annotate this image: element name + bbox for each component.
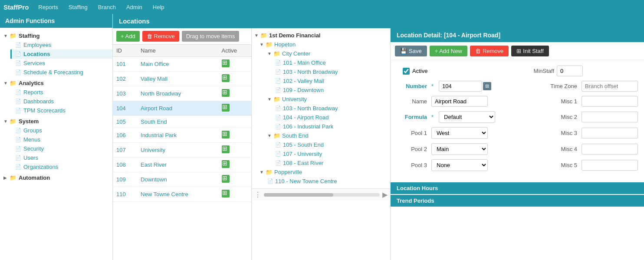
- formula-select[interactable]: Default Custom Advanced: [439, 111, 495, 123]
- remove-detail-button[interactable]: 🗑 Remove: [470, 46, 509, 56]
- nav-help[interactable]: Help: [148, 2, 169, 12]
- sidebar-item-reports[interactable]: 📄 Reports: [10, 88, 112, 97]
- table-row[interactable]: 104 Airport Road: [113, 101, 251, 116]
- table-row[interactable]: 103 North Broadway: [113, 86, 251, 101]
- pool2-select[interactable]: Main None West East: [431, 143, 488, 155]
- table-row[interactable]: 105 South End: [113, 116, 251, 128]
- pool2-misc4-row: Pool 2 Main None West East Misc 4: [397, 143, 638, 155]
- cell-active: [218, 72, 251, 86]
- content-area: Locations + Add 🗑 Remove Drag to move it…: [113, 14, 644, 260]
- tree-root[interactable]: ▼ 📁 1st Demo Financial: [252, 31, 390, 40]
- tree-101[interactable]: 📄 101 - Main Office: [252, 58, 390, 67]
- sidebar-group-staffing-header[interactable]: ▼ 📁 Staffing: [0, 31, 112, 40]
- sidebar-group-analytics-header[interactable]: ▼ 📁 Analytics: [0, 79, 112, 88]
- col-name: Name: [137, 45, 218, 57]
- trash-icon: 🗑: [475, 48, 481, 54]
- tree-popperville[interactable]: ▼ 📁 Popperville: [252, 168, 390, 177]
- chevron-down-icon: ▼: [267, 133, 273, 138]
- nav-reports[interactable]: Reports: [34, 2, 62, 12]
- table-row[interactable]: 101 Main Office: [113, 57, 251, 72]
- sidebar-item-services[interactable]: 📄 Services: [10, 59, 112, 68]
- sidebar-header: Admin Functions: [0, 14, 112, 28]
- misc2-input[interactable]: [582, 112, 638, 122]
- tree-105[interactable]: 📄 105 - South End: [252, 140, 390, 149]
- misc1-label: Misc 1: [542, 98, 577, 105]
- doc-icon: 📄: [275, 87, 281, 93]
- pool1-select[interactable]: West None Main East: [431, 127, 488, 139]
- tree-university[interactable]: ▼ 📁 University: [252, 95, 390, 104]
- sidebar-item-organizations[interactable]: 📄 Organizations: [10, 162, 112, 171]
- tree-south-end[interactable]: ▼ 📁 South End: [252, 131, 390, 140]
- table-row[interactable]: 102 Valley Mall: [113, 72, 251, 86]
- table-row[interactable]: 106 Industrial Park: [113, 128, 251, 143]
- minstaff-input[interactable]: [557, 66, 583, 76]
- tree-102[interactable]: 📄 102 - Valley Mall: [252, 76, 390, 86]
- doc-icon: 📄: [267, 178, 273, 184]
- timezone-input[interactable]: [582, 81, 638, 92]
- doc-icon: 📄: [275, 151, 281, 157]
- content-header: Locations: [113, 14, 644, 28]
- active-checkbox[interactable]: [403, 68, 410, 75]
- add-button[interactable]: + Add: [116, 31, 140, 42]
- analytics-group-label: Analytics: [19, 80, 44, 86]
- tree-103-label: 103 - North Broadway: [283, 69, 338, 75]
- system-children: 📄 Groups 📄 Menus 📄 Security 📄 Users: [0, 126, 112, 171]
- sidebar-group-system-header[interactable]: ▼ 📁 System: [0, 117, 112, 126]
- misc3-input[interactable]: [582, 128, 638, 138]
- add-new-button[interactable]: + Add New: [430, 46, 467, 56]
- tree-hopeton[interactable]: ▼ 📁 Hopeton: [252, 40, 390, 49]
- init-staff-button[interactable]: ⊞ Init Staff: [511, 46, 549, 56]
- name-input[interactable]: [431, 96, 488, 107]
- nav-branch[interactable]: Branch: [94, 2, 120, 12]
- remove-button[interactable]: 🗑 Remove: [142, 31, 179, 42]
- sidebar-item-menus[interactable]: 📄 Menus: [10, 135, 112, 144]
- table-row[interactable]: 109 Downtown: [113, 172, 251, 187]
- sidebar-item-employees[interactable]: 📄 Employees: [10, 40, 112, 49]
- nav-staffing[interactable]: Staffing: [64, 2, 92, 12]
- grid-picker-button[interactable]: ⊞: [483, 82, 491, 90]
- tree-109[interactable]: 📄 109 - Downtown: [252, 86, 390, 95]
- doc-icon: 📄: [275, 142, 281, 148]
- nav-admin[interactable]: Admin: [122, 2, 147, 12]
- remove-label: Remove: [483, 48, 503, 54]
- pool3-select[interactable]: None West Main East: [431, 159, 488, 171]
- sidebar-item-dashboards[interactable]: 📄 Dashboards: [10, 97, 112, 106]
- table-row[interactable]: 107 University: [113, 143, 251, 158]
- table-row[interactable]: 110 New Towne Centre: [113, 187, 251, 202]
- misc4-input[interactable]: [582, 144, 638, 155]
- tree-scroll-right[interactable]: ▶: [382, 191, 388, 199]
- required-star2: *: [431, 114, 434, 120]
- doc-icon: 📄: [15, 108, 21, 113]
- detail-header: Location Detail: [104 - Airport Road]: [391, 28, 644, 42]
- tree-108[interactable]: 📄 108 - East River: [252, 158, 390, 168]
- sidebar-item-tpm[interactable]: 📄 TPM Scorecards: [10, 106, 112, 115]
- chevron-down-icon: ▼: [3, 33, 10, 38]
- tree-106[interactable]: 📄 106 - Industrial Park: [252, 122, 390, 131]
- tree-103[interactable]: 📄 103 - North Broadway: [252, 67, 390, 76]
- sidebar-item-security[interactable]: 📄 Security: [10, 144, 112, 153]
- tree-city-center[interactable]: ▼ 📁 City Center: [252, 49, 390, 58]
- sidebar-group-automation-header[interactable]: ▶ 📁 Automation: [0, 173, 112, 182]
- tree-menu-btn[interactable]: ⋮: [254, 191, 261, 199]
- sidebar-item-locations[interactable]: 📄 Locations: [10, 49, 112, 59]
- chevron-down-icon: ▼: [3, 119, 10, 124]
- tree-107[interactable]: 📄 107 - University: [252, 149, 390, 158]
- tree-110-label: 110 - New Towne Centre: [275, 178, 337, 184]
- number-input[interactable]: 104: [439, 81, 482, 92]
- sidebar-item-users[interactable]: 📄 Users: [10, 153, 112, 162]
- sidebar-item-label: Security: [23, 145, 44, 152]
- tree-110[interactable]: 📄 110 - New Towne Centre: [252, 177, 390, 186]
- init-staff-label: Init Staff: [523, 48, 543, 54]
- sidebar-item-groups[interactable]: 📄 Groups: [10, 126, 112, 135]
- table-row[interactable]: 108 East River: [113, 158, 251, 172]
- trend-periods-section[interactable]: Trend Periods: [391, 195, 644, 207]
- tree-108-label: 108 - East River: [283, 160, 323, 166]
- location-hours-section[interactable]: Location Hours: [391, 182, 644, 194]
- save-button[interactable]: 💾 Save: [395, 46, 427, 56]
- sidebar-item-schedule[interactable]: 📄 Schedule & Forecasting: [10, 68, 112, 77]
- tree-103b[interactable]: 📄 103 - North Broadway: [252, 104, 390, 113]
- misc5-input[interactable]: [582, 160, 638, 171]
- drag-button[interactable]: Drag to move items: [182, 31, 240, 42]
- tree-104[interactable]: 📄 104 - Airport Road: [252, 113, 390, 122]
- misc1-input[interactable]: [582, 96, 638, 107]
